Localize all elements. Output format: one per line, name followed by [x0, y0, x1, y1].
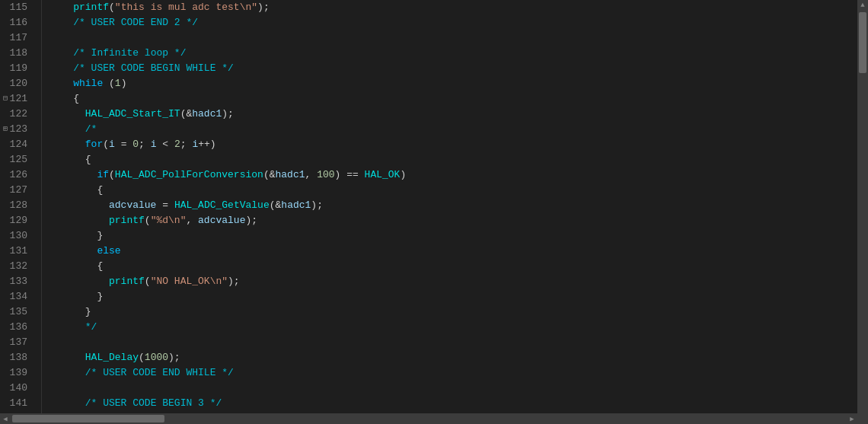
scroll-up-arrow[interactable]: ▲ — [857, 0, 868, 11]
line-number: 131 — [0, 244, 34, 259]
code-line: printf("NO HAL_OK\n"); — [49, 274, 857, 289]
line-number: 139 — [0, 365, 34, 381]
scroll-right-arrow[interactable]: ▶ — [847, 413, 857, 424]
fold-open-indicator[interactable]: ⊞ — [2, 126, 9, 133]
line-number: ⊞123 — [0, 122, 34, 137]
scrollbar-bottom[interactable]: ◀ ▶ — [0, 413, 857, 424]
line-number: 125 — [0, 152, 34, 167]
line-number: 132 — [0, 259, 34, 274]
line-number: 119 — [0, 61, 34, 76]
code-line: adcvalue = HAL_ADC_GetValue(&hadc1); — [49, 198, 857, 213]
line-number: 117 — [0, 30, 34, 46]
line-number: 115 — [0, 0, 34, 15]
line-number: 118 — [0, 46, 34, 61]
line-number: 134 — [0, 289, 34, 304]
code-line: printf("this is mul adc test\n"); — [49, 0, 857, 15]
code-line — [49, 381, 857, 396]
code-line: /* — [49, 122, 857, 137]
code-line: /* USER CODE END WHILE */ — [49, 365, 857, 381]
code-line: } — [49, 289, 857, 304]
line-numbers: 115116117118119120⊟121122⊞12312412512612… — [0, 0, 42, 413]
line-number: 133 — [0, 274, 34, 289]
code-line: else — [49, 244, 857, 259]
code-line: } — [49, 228, 857, 244]
line-number: 129 — [0, 213, 34, 228]
code-line: { — [49, 152, 857, 167]
scrollbar-corner — [857, 413, 868, 424]
code-line: } — [49, 304, 857, 320]
line-number: 130 — [0, 228, 34, 244]
code-line: while (1) — [49, 76, 857, 91]
line-number: 116 — [0, 15, 34, 30]
code-line — [49, 30, 857, 46]
line-number: 122 — [0, 107, 34, 122]
scroll-thumb-vertical[interactable] — [859, 12, 866, 73]
line-number: ⊟121 — [0, 91, 34, 107]
code-line: { — [49, 91, 857, 107]
line-number: 136 — [0, 320, 34, 335]
line-number: 124 — [0, 137, 34, 152]
line-number: 135 — [0, 304, 34, 320]
line-number: 137 — [0, 335, 34, 350]
line-number: 127 — [0, 183, 34, 198]
line-number: 140 — [0, 381, 34, 396]
code-line: for(i = 0; i < 2; i++) — [49, 137, 857, 152]
code-line: /* USER CODE BEGIN WHILE */ — [49, 61, 857, 76]
scroll-left-arrow[interactable]: ◀ — [0, 413, 11, 424]
code-line: { — [49, 259, 857, 274]
code-line: HAL_Delay(1000); — [49, 350, 857, 365]
scrollbar-right[interactable]: ▲ — [857, 0, 868, 413]
code-line: HAL_ADC_Start_IT(&hadc1); — [49, 107, 857, 122]
line-number: 128 — [0, 198, 34, 213]
code-line: { — [49, 183, 857, 198]
code-line: printf("%d\n", adcvalue); — [49, 213, 857, 228]
code-line: if(HAL_ADC_PollForConversion(&hadc1, 100… — [49, 167, 857, 183]
code-line — [49, 335, 857, 350]
line-number: 138 — [0, 350, 34, 365]
scroll-thumb-horizontal[interactable] — [12, 415, 164, 422]
code-line: /* Infinite loop */ — [49, 46, 857, 61]
code-line: /* USER CODE BEGIN 3 */ — [49, 396, 857, 411]
line-number: 126 — [0, 167, 34, 183]
code-line: /* USER CODE END 2 */ — [49, 15, 857, 30]
code-area: printf("this is mul adc test\n"); /* USE… — [42, 0, 857, 413]
fold-close-indicator[interactable]: ⊟ — [2, 95, 9, 103]
editor-container: 115116117118119120⊟121122⊞12312412512612… — [0, 0, 868, 424]
line-number: 141 — [0, 396, 34, 411]
line-number: 120 — [0, 76, 34, 91]
code-line: */ — [49, 320, 857, 335]
